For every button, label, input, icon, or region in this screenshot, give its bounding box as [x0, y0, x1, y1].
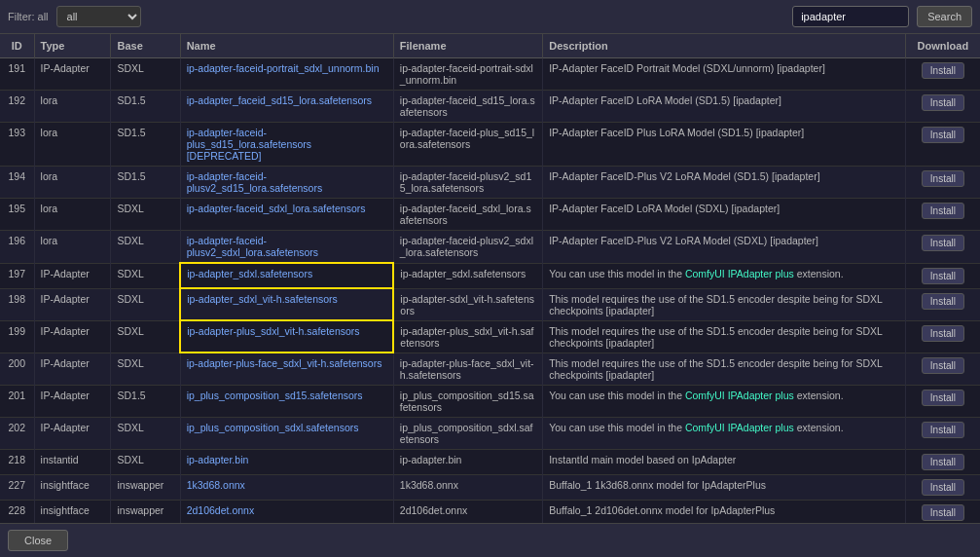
- name-link[interactable]: ip-adapter.bin: [187, 454, 249, 465]
- cell-name: ip-adapter.bin: [180, 449, 393, 474]
- cell-type: IP-Adapter: [34, 353, 111, 385]
- app-container: Filter: all all IP-Adapter lora instanti…: [0, 0, 980, 557]
- cell-type: lora: [34, 199, 111, 231]
- search-button[interactable]: Search: [917, 6, 972, 27]
- cell-download: Install: [905, 449, 980, 474]
- name-link[interactable]: ip-adapter_sdxl_vit-h.safetensors: [187, 293, 338, 305]
- cell-id: 196: [0, 231, 34, 264]
- install-button[interactable]: Install: [922, 454, 964, 470]
- install-button[interactable]: Install: [922, 127, 964, 143]
- name-link[interactable]: ip-adapter-plus-face_sdxl_vit-h.safetens…: [187, 357, 382, 369]
- col-header-filename: Filename: [393, 34, 542, 58]
- cell-download: Install: [905, 417, 980, 449]
- cell-name: ip_plus_composition_sdxl.safetensors: [180, 417, 393, 449]
- name-link[interactable]: 2d106det.onnx: [187, 504, 254, 516]
- name-link[interactable]: ip-adapter-faceid-plus_sd15_lora.safeten…: [187, 127, 311, 162]
- cell-base: SD1.5: [111, 385, 180, 417]
- name-link[interactable]: ip-adapter_faceid_sd15_lora.safetensors: [187, 94, 372, 106]
- cell-id: 193: [0, 123, 34, 167]
- cell-description: This model requires the use of the SD1.5…: [543, 288, 906, 320]
- install-button[interactable]: Install: [922, 268, 964, 284]
- name-link[interactable]: ip-adapter-faceid-plusv2_sd15_lora.safet…: [187, 170, 323, 194]
- name-link[interactable]: ip-adapter-plus_sdxl_vit-h.safetensors: [187, 325, 359, 337]
- install-button[interactable]: Install: [922, 203, 964, 219]
- col-header-base: Base: [111, 34, 180, 58]
- comfy-link[interactable]: ComfyUI IPAdapter plus: [685, 268, 794, 279]
- cell-base: SD1.5: [111, 167, 180, 199]
- cell-description: IP-Adapter FaceID LoRA Model (SDXL) [ipa…: [543, 199, 906, 231]
- cell-filename: ip-adapter-plus-face_sdxl_vit-h.safetens…: [393, 353, 542, 385]
- install-button[interactable]: Install: [922, 170, 964, 187]
- cell-id: 199: [0, 320, 34, 353]
- col-header-download: Download: [905, 34, 980, 58]
- cell-description: This model requires the use of the SD1.5…: [543, 320, 906, 353]
- cell-id: 197: [0, 263, 34, 288]
- cell-filename: ip_plus_composition_sd15.safetensors: [393, 385, 542, 417]
- install-button[interactable]: Install: [922, 62, 964, 79]
- cell-type: IP-Adapter: [34, 385, 111, 417]
- name-link[interactable]: ip-adapter_sdxl.safetensors: [187, 268, 312, 279]
- cell-description: InstantId main model based on IpAdapter: [543, 449, 906, 474]
- install-button[interactable]: Install: [922, 479, 964, 496]
- cell-base: SDXL: [111, 320, 180, 353]
- name-link[interactable]: ip-adapter-faceid-portrait_sdxl_unnorm.b…: [187, 62, 380, 74]
- name-link[interactable]: ip_plus_composition_sdxl.safetensors: [187, 422, 359, 433]
- table-header-row: ID Type Base Name Filename Description D…: [0, 34, 980, 58]
- cell-download: Install: [905, 385, 980, 417]
- cell-base: SD1.5: [111, 123, 180, 167]
- cell-download: Install: [905, 167, 980, 199]
- comfy-link[interactable]: ComfyUI IPAdapter plus: [685, 422, 794, 433]
- cell-name: ip-adapter-faceid-plus_sd15_lora.safeten…: [180, 123, 393, 167]
- cell-filename: ip-adapter-faceid-plusv2_sdxl_lora.safet…: [393, 231, 542, 264]
- name-link[interactable]: ip-adapter-faceid_sdxl_lora.safetensors: [187, 203, 366, 214]
- cell-base: SDXL: [111, 449, 180, 474]
- cell-filename: 2d106det.onnx: [393, 500, 542, 523]
- install-button[interactable]: Install: [922, 504, 964, 521]
- cell-filename: ip-adapter-faceid-portrait-sdxl_unnorm.b…: [393, 58, 542, 91]
- cell-download: Install: [905, 320, 980, 353]
- table-container: ID Type Base Name Filename Description D…: [0, 34, 980, 523]
- table-row: 195loraSDXLip-adapter-faceid_sdxl_lora.s…: [0, 199, 980, 231]
- col-header-type: Type: [34, 34, 111, 58]
- bottom-bar: Close: [0, 523, 980, 557]
- comfy-link[interactable]: ComfyUI IPAdapter plus: [685, 390, 794, 401]
- cell-download: Install: [905, 474, 980, 500]
- cell-name: ip-adapter-plus-face_sdxl_vit-h.safetens…: [180, 353, 393, 385]
- cell-filename: 1k3d68.onnx: [393, 474, 542, 500]
- col-header-name: Name: [180, 34, 393, 58]
- cell-name: ip-adapter_faceid_sd15_lora.safetensors: [180, 91, 393, 123]
- install-button[interactable]: Install: [922, 325, 964, 342]
- cell-base: SDXL: [111, 288, 180, 320]
- cell-type: IP-Adapter: [34, 417, 111, 449]
- name-link[interactable]: ip_plus_composition_sd15.safetensors: [187, 390, 363, 401]
- filter-label: Filter: all: [8, 11, 49, 22]
- cell-id: 198: [0, 288, 34, 320]
- install-button[interactable]: Install: [922, 422, 964, 438]
- cell-type: IP-Adapter: [34, 58, 111, 91]
- filter-select[interactable]: all IP-Adapter lora instantid insightfac…: [56, 6, 141, 27]
- close-button[interactable]: Close: [8, 530, 68, 551]
- install-button[interactable]: Install: [922, 293, 964, 310]
- cell-id: 194: [0, 167, 34, 199]
- search-input[interactable]: [792, 6, 909, 27]
- cell-filename: ip-adapter-faceid-plus_sd15_lora.safeten…: [393, 123, 542, 167]
- cell-base: SD1.5: [111, 91, 180, 123]
- table-row: 227insightfaceinswapper1k3d68.onnx1k3d68…: [0, 474, 980, 500]
- name-link[interactable]: ip-adapter-faceid-plusv2_sdxl_lora.safet…: [187, 235, 318, 258]
- col-header-description: Description: [543, 34, 906, 58]
- col-header-id: ID: [0, 34, 34, 58]
- install-button[interactable]: Install: [922, 357, 964, 374]
- install-button[interactable]: Install: [922, 235, 964, 251]
- cell-name: ip-adapter-plus_sdxl_vit-h.safetensors: [180, 320, 393, 353]
- model-table: ID Type Base Name Filename Description D…: [0, 34, 980, 523]
- cell-type: lora: [34, 167, 111, 199]
- table-row: 196loraSDXLip-adapter-faceid-plusv2_sdxl…: [0, 231, 980, 264]
- cell-base: SDXL: [111, 199, 180, 231]
- install-button[interactable]: Install: [922, 94, 964, 111]
- cell-download: Install: [905, 231, 980, 264]
- cell-id: 200: [0, 353, 34, 385]
- name-link[interactable]: 1k3d68.onnx: [187, 479, 245, 491]
- cell-name: ip-adapter-faceid-plusv2_sdxl_lora.safet…: [180, 231, 393, 264]
- install-button[interactable]: Install: [922, 390, 964, 406]
- cell-download: Install: [905, 353, 980, 385]
